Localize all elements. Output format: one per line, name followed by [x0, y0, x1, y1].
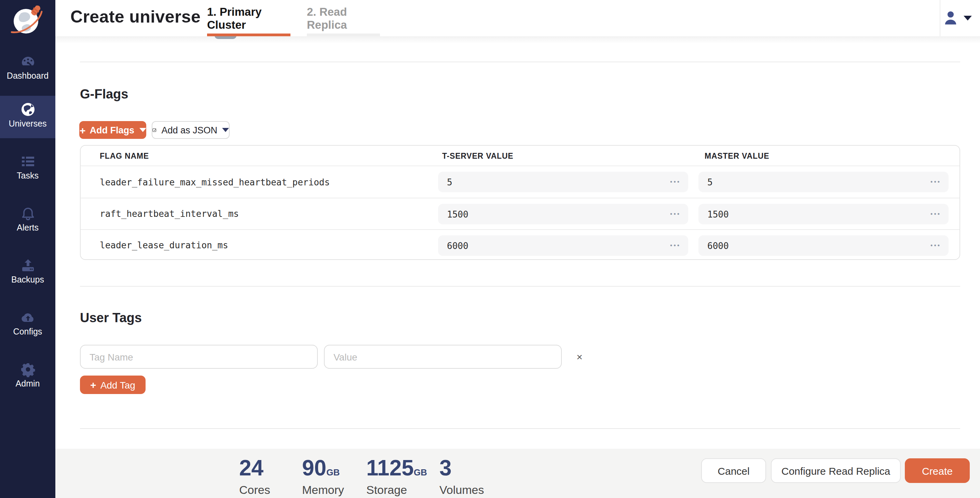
flag-name: raft_heartbeat_interval_ms	[100, 198, 239, 229]
more-options-icon[interactable]: •••	[670, 235, 681, 256]
cloud-upload-icon	[19, 309, 36, 326]
tserver-value: 6000	[447, 235, 468, 256]
gflags-heading: G-Flags	[80, 87, 128, 102]
column-header-tserver-value: T-SERVER VALUE	[442, 152, 513, 160]
tserver-value: 1500	[447, 204, 468, 224]
gear-icon	[19, 361, 36, 378]
user-menu[interactable]	[940, 8, 975, 29]
user-tags-heading: User Tags	[80, 311, 142, 326]
backup-upload-icon	[19, 257, 36, 274]
stat-label: Volumes	[439, 484, 484, 497]
stat-memory: 90GB Memory	[302, 457, 344, 497]
tab-label: 1. Primary Cluster	[207, 5, 290, 31]
header-shadow	[56, 36, 980, 44]
add-tag-button[interactable]: + Add Tag	[80, 375, 146, 394]
master-value-field[interactable]: 1500 •••	[698, 204, 948, 224]
table-row: leader_lease_duration_ms 6000 ••• 6000 •…	[81, 229, 959, 261]
sidebar: Dashboard Universes Tasks	[0, 0, 56, 498]
sidebar-item-backups[interactable]: Backups	[0, 252, 56, 294]
master-value-field[interactable]: 6000 •••	[698, 235, 948, 256]
sidebar-item-dashboard[interactable]: Dashboard	[0, 48, 56, 90]
add-as-json-button[interactable]: Add as JSON	[152, 121, 230, 139]
table-row: raft_heartbeat_interval_ms 1500 ••• 1500…	[81, 198, 959, 229]
globe-icon	[19, 101, 36, 118]
more-options-icon[interactable]: •••	[670, 204, 681, 224]
master-value-field[interactable]: 5 •••	[698, 172, 948, 192]
stat-unit: GB	[326, 467, 340, 477]
plus-icon: +	[80, 125, 86, 135]
stat-cores: 24 Cores	[239, 457, 270, 497]
sidebar-item-label: Admin	[0, 379, 56, 389]
page-title: Create universe	[70, 7, 200, 27]
tab-read-replica[interactable]: 2. Read Replica	[307, 0, 380, 36]
stat-label: Cores	[239, 484, 270, 497]
sidebar-item-label: Dashboard	[0, 71, 56, 81]
more-options-icon[interactable]: •••	[931, 204, 941, 224]
dashboard-icon	[19, 53, 36, 70]
column-header-flag-name: FLAG NAME	[100, 152, 149, 160]
main-content: G-Flags + Add Flags Add as JSON FLAG NAM…	[56, 36, 980, 449]
create-universe-page: Dashboard Universes Tasks	[0, 0, 980, 498]
stat-label: Storage	[366, 484, 427, 497]
tserver-value-field[interactable]: 5 •••	[438, 172, 688, 192]
section-divider	[80, 62, 960, 62]
configure-read-replica-button[interactable]: Configure Read Replica	[771, 458, 901, 483]
edit-pencil-icon	[153, 125, 156, 135]
master-value: 1500	[707, 204, 729, 224]
create-button[interactable]: Create	[905, 458, 970, 483]
sidebar-item-admin[interactable]: Admin	[0, 356, 56, 398]
gflags-table: FLAG NAME T-SERVER VALUE MASTER VALUE le…	[80, 145, 960, 260]
plus-icon: +	[90, 380, 96, 390]
flag-name: leader_lease_duration_ms	[100, 230, 228, 261]
more-options-icon[interactable]: •••	[931, 235, 941, 256]
tasks-list-icon	[19, 153, 36, 170]
remove-tag-icon[interactable]: ×	[573, 350, 585, 362]
summary-footer: 24 Cores 90GB Memory 1125GB Storage 3 Vo…	[56, 449, 980, 498]
user-avatar-icon	[942, 9, 959, 27]
stat-value: 3	[439, 456, 452, 480]
more-options-icon[interactable]: •••	[931, 172, 941, 192]
stat-value: 1125	[366, 456, 414, 480]
gflags-table-header: FLAG NAME T-SERVER VALUE MASTER VALUE	[81, 146, 959, 166]
page-header: Create universe 1. Primary Cluster 2. Re…	[56, 0, 980, 36]
column-header-master-value: MASTER VALUE	[705, 152, 769, 160]
tserver-value-field[interactable]: 1500 •••	[438, 204, 688, 224]
master-value: 5	[707, 172, 713, 192]
add-flags-button[interactable]: + Add Flags	[79, 121, 146, 139]
flag-name: leader_failure_max_missed_heartbeat_peri…	[100, 166, 330, 198]
sidebar-item-configs[interactable]: Configs	[0, 304, 56, 346]
sidebar-item-label: Alerts	[0, 223, 56, 233]
stat-unit: GB	[414, 467, 427, 477]
stat-value: 24	[239, 456, 264, 480]
stat-storage: 1125GB Storage	[366, 457, 427, 497]
stat-volumes: 3 Volumes	[439, 457, 484, 497]
sidebar-item-alerts[interactable]: Alerts	[0, 200, 56, 242]
caret-down-icon	[222, 128, 229, 132]
tab-label: 2. Read Replica	[307, 5, 380, 31]
inactive-tab-underline	[307, 34, 380, 36]
add-flags-label: Add Flags	[90, 125, 135, 135]
stat-label: Memory	[302, 484, 344, 497]
sidebar-item-label: Universes	[0, 119, 56, 129]
bell-icon	[19, 205, 36, 222]
cancel-button[interactable]: Cancel	[701, 458, 766, 483]
tserver-value-field[interactable]: 6000 •••	[438, 235, 688, 256]
tab-primary-cluster[interactable]: 1. Primary Cluster	[207, 0, 290, 36]
tag-value-input[interactable]	[324, 345, 562, 369]
more-options-icon[interactable]: •••	[670, 172, 681, 192]
section-divider	[80, 428, 960, 429]
stat-value: 90	[302, 456, 326, 480]
add-tag-label: Add Tag	[100, 379, 135, 390]
yugabyte-logo-icon[interactable]	[9, 3, 47, 36]
tag-name-input[interactable]	[80, 345, 318, 369]
sidebar-item-universes[interactable]: Universes	[0, 96, 56, 138]
sidebar-item-tasks[interactable]: Tasks	[0, 148, 56, 190]
active-tab-underline	[207, 34, 290, 36]
master-value: 6000	[707, 235, 729, 256]
caret-down-icon	[964, 16, 972, 21]
sidebar-item-label: Configs	[0, 327, 56, 337]
table-row: leader_failure_max_missed_heartbeat_peri…	[81, 166, 959, 198]
sidebar-item-label: Tasks	[0, 171, 56, 180]
section-divider	[80, 286, 960, 287]
sidebar-item-label: Backups	[0, 275, 56, 284]
